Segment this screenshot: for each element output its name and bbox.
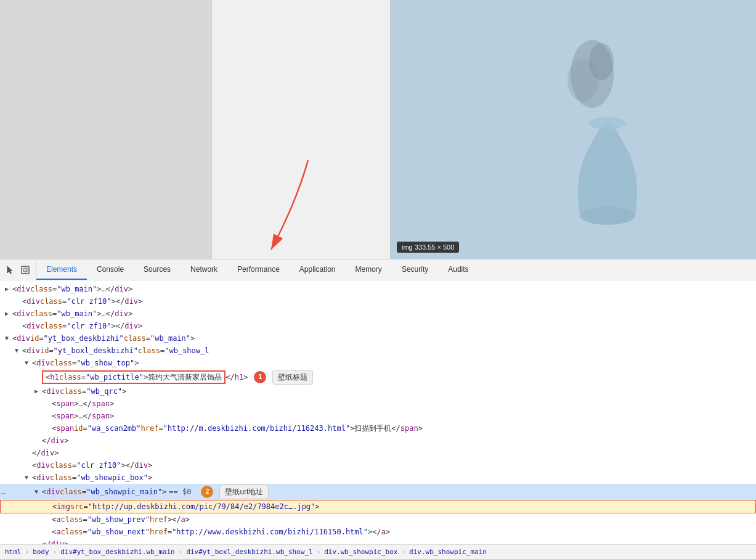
illustration-svg bbox=[469, 0, 678, 259]
code-line-h1[interactable]: ▶ <h1 class="wb_pictitle" > 简约大气清新家居饰品 <… bbox=[0, 369, 756, 385]
code-line[interactable]: ▶ <div class="wb_main" >…</div> bbox=[0, 308, 756, 320]
expand-icon[interactable]: ▶ bbox=[35, 386, 42, 397]
status-yt-boxl[interactable]: div#yt_boxl_deskbizhi.wb_show_l bbox=[186, 548, 312, 556]
svg-point-4 bbox=[589, 117, 626, 129]
cursor-icon[interactable] bbox=[5, 264, 16, 275]
code-line-img[interactable]: ▶ <img src="http://up.deskbizhi.com/pic/… bbox=[0, 500, 756, 513]
img-tooltip: img 333.55 × 500 bbox=[397, 242, 459, 253]
expand-icon[interactable]: ▼ bbox=[25, 472, 32, 483]
badge-1: 1 bbox=[254, 371, 266, 383]
expand-icon[interactable]: ▼ bbox=[5, 333, 12, 344]
preview-left-panel bbox=[0, 0, 212, 259]
code-line[interactable]: ▶ <div class="clr zf10" ></div> bbox=[0, 295, 756, 308]
tab-elements[interactable]: Elements bbox=[36, 259, 87, 280]
preview-right-panel: img 333.55 × 500 bbox=[391, 0, 756, 259]
expand-icon[interactable]: ▼ bbox=[15, 345, 22, 356]
illustration bbox=[391, 0, 756, 259]
status-bar: html › body › div#yt_box_deskbizhi.wb_ma… bbox=[0, 544, 756, 559]
devtools-toolbar: Elements Console Sources Network Perform… bbox=[0, 259, 756, 280]
code-line[interactable]: ▶ </div> bbox=[0, 435, 756, 447]
expand-icon[interactable]: ▶ bbox=[5, 284, 12, 295]
tab-audits[interactable]: Audits bbox=[438, 259, 478, 280]
arrow-svg bbox=[234, 154, 357, 265]
box-icon[interactable] bbox=[20, 264, 31, 275]
status-body[interactable]: body bbox=[33, 548, 49, 556]
code-line[interactable]: ▶ <span> … </span> bbox=[0, 398, 756, 410]
code-line[interactable]: ▼ <div class="wb_showpic_box" > bbox=[0, 471, 756, 484]
annotation-1: 1 壁纸标题 bbox=[254, 370, 313, 385]
status-showpic-main[interactable]: div.wb_showpic_main bbox=[409, 548, 487, 556]
annotation-text-1: 壁纸标题 bbox=[272, 370, 313, 385]
svg-rect-7 bbox=[23, 268, 27, 272]
status-showpic-box[interactable]: div.wb_showpic_box bbox=[324, 548, 397, 556]
expand-icon[interactable]: ▼ bbox=[35, 486, 42, 497]
tab-security[interactable]: Security bbox=[392, 259, 438, 280]
h1-content: 简约大气清新家居饰品 bbox=[148, 372, 222, 383]
code-line[interactable]: ▶ <div class="wb_qrc" > bbox=[0, 385, 756, 398]
annotation-2: 2 壁纸url地址 bbox=[201, 484, 268, 499]
expand-icon[interactable]: ▶ bbox=[5, 308, 12, 319]
code-line[interactable]: ▼ <div id="yt_boxl_deskbizhi" class="wb_… bbox=[0, 345, 756, 357]
code-line-showpic-main[interactable]: … ▼ <div class="wb_showpic_main" > == $0… bbox=[0, 484, 756, 500]
code-line[interactable]: ▶ <div class="clr zf10" ></div> bbox=[0, 320, 756, 332]
code-line[interactable]: ▶ <div class="wb_main" >…</div> bbox=[0, 283, 756, 295]
code-line[interactable]: ▶ </div> bbox=[0, 538, 756, 544]
tab-network[interactable]: Network bbox=[181, 259, 227, 280]
code-line[interactable]: ▼ <div id="yt_box_deskbizhi" class="wb_m… bbox=[0, 332, 756, 345]
annotation-text-2: 壁纸url地址 bbox=[219, 484, 268, 499]
status-yt-box[interactable]: div#yt_box_deskbizhi.wb_main bbox=[60, 548, 174, 556]
current-element-marker: == $0 bbox=[169, 486, 191, 497]
preview-area: img 333.55 × 500 bbox=[0, 0, 756, 259]
badge-2: 2 bbox=[201, 486, 213, 498]
tab-sources[interactable]: Sources bbox=[134, 259, 181, 280]
toolbar-icons bbox=[0, 259, 36, 280]
code-line[interactable]: ▶ <a class="wb_show_prev" href ></a> bbox=[0, 513, 756, 526]
status-html[interactable]: html bbox=[5, 548, 22, 556]
devtools-body: Elements Console Sources Network Perform… bbox=[0, 259, 756, 559]
code-line[interactable]: ▶ </div> bbox=[0, 447, 756, 459]
three-dots: … bbox=[1, 486, 6, 497]
elements-panel: ▶ <div class="wb_main" >…</div> ▶ <div c… bbox=[0, 280, 756, 544]
code-line[interactable]: ▶ <div class="clr zf10" ></div> bbox=[0, 459, 756, 471]
svg-point-2 bbox=[567, 59, 598, 102]
code-line[interactable]: ▶ <span> … </span> bbox=[0, 410, 756, 422]
expand-icon[interactable]: ▼ bbox=[25, 357, 32, 369]
code-line[interactable]: ▼ <div class="wb_show_top" > bbox=[0, 357, 756, 369]
tab-console[interactable]: Console bbox=[87, 259, 134, 280]
code-line[interactable]: ▶ <a class="wb_show_next" href="http://w… bbox=[0, 526, 756, 538]
code-line[interactable]: ▶ <span id="wa_scan2mb" href="http://m.d… bbox=[0, 422, 756, 435]
